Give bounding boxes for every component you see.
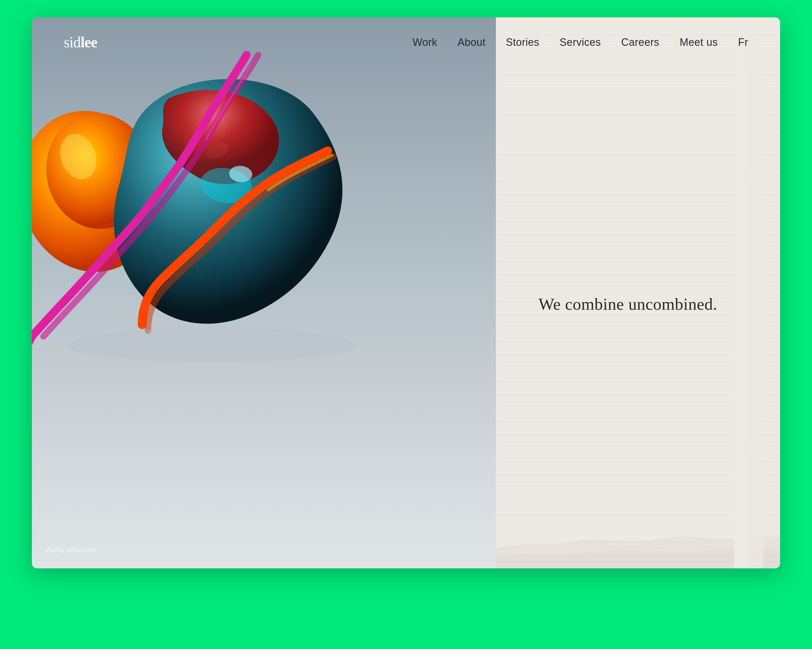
tagline-text: We combine uncombined. [539,293,757,315]
green-strip-right [780,539,812,649]
page-wrapper: Art by utho.com We combine uncombined. [0,0,812,649]
logo[interactable]: sidlee [64,34,97,51]
nav-link-meet-us[interactable]: Meet us [679,36,718,48]
nav-link-about[interactable]: About [458,36,486,48]
nav-item-services[interactable]: Services [560,36,601,49]
nav-item-stories[interactable]: Stories [506,36,539,49]
nav-item-fr[interactable]: Fr [738,36,748,49]
art-credit: Art by utho.com [46,546,95,554]
logo-text-light: sid [64,34,81,50]
nav-link-fr[interactable]: Fr [738,36,748,48]
left-panel: Art by utho.com [32,17,496,568]
nav-links: Work About Stories Services Careers Meet… [412,36,748,49]
nav-link-work[interactable]: Work [412,36,437,48]
browser-window: Art by utho.com We combine uncombined. [32,17,780,568]
nav-link-stories[interactable]: Stories [506,36,539,48]
nav-item-meet-us[interactable]: Meet us [679,36,718,49]
nav-link-services[interactable]: Services [560,36,601,48]
svg-point-7 [67,328,357,362]
green-strip-left [0,539,32,649]
tagline-container: We combine uncombined. [539,293,757,315]
hero-container: Art by utho.com We combine uncombined. [32,17,780,568]
nav-link-careers[interactable]: Careers [621,36,659,48]
nav-item-about[interactable]: About [458,36,486,49]
nav-item-careers[interactable]: Careers [621,36,659,49]
navbar: sidlee Work About Stories Services Caree… [32,17,780,51]
nav-item-work[interactable]: Work [412,36,437,49]
sculpture-area [32,41,496,476]
logo-text-bold: lee [81,34,98,50]
